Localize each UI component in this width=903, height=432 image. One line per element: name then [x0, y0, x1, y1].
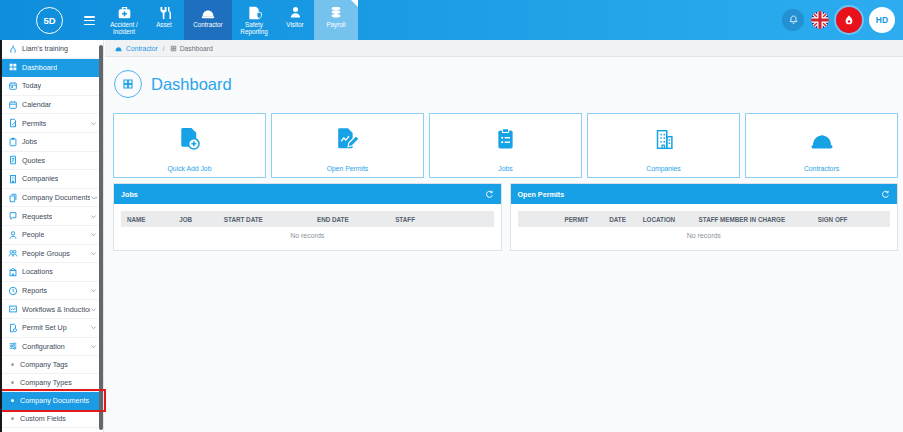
calendar-icon — [8, 100, 18, 110]
grid-icon — [170, 45, 177, 52]
sidebar-item-companies[interactable]: Companies — [0, 170, 103, 189]
language-flag-button[interactable] — [811, 11, 829, 29]
jobs-panel-body: NAME JOB START DATE END DATE STAFF No re… — [114, 204, 501, 250]
sidebar-item-label: Liam's training — [22, 44, 68, 53]
sidebar-item-reports[interactable]: Reports — [0, 282, 103, 301]
refresh-button[interactable] — [881, 190, 890, 199]
hard-hat-icon — [114, 45, 123, 52]
sidebar-item-today[interactable]: Today — [0, 77, 103, 96]
bullet-icon — [11, 363, 14, 366]
people-icon — [8, 230, 18, 240]
sidebar-item-label: Custom Fields — [20, 414, 66, 423]
clipboard-list-icon — [493, 114, 518, 165]
open-permits-table: PERMIT DATE LOCATION STAFF MEMBER IN CHA… — [518, 211, 891, 227]
sidebar-item-company-documents-sub[interactable]: Company Documents — [0, 392, 103, 410]
uk-flag-icon — [811, 11, 829, 29]
coins-icon — [328, 4, 344, 21]
sidebar-item-permit-set-up[interactable]: Permit Set Up — [0, 319, 103, 338]
column-header[interactable]: NAME — [121, 211, 173, 227]
column-header[interactable]: END DATE — [311, 211, 389, 227]
user-avatar[interactable]: HD — [869, 7, 895, 33]
nav-tab-asset[interactable]: Asset — [144, 0, 184, 40]
column-header[interactable]: LOCATION — [637, 211, 693, 227]
table-header-row: PERMIT DATE LOCATION STAFF MEMBER IN CHA… — [518, 211, 891, 227]
sidebar-item-dashboard[interactable]: Dashboard — [0, 59, 103, 78]
open-permits-panel-header: Open Permits — [511, 184, 898, 204]
dashboard-icon — [8, 62, 18, 72]
today-icon — [8, 81, 18, 91]
bullet-icon — [11, 381, 14, 384]
column-header[interactable]: STAFF MEMBER IN CHARGE — [693, 211, 812, 227]
chevron-down-icon — [90, 250, 97, 257]
card-open-permits[interactable]: Open Permits — [271, 113, 424, 178]
breadcrumb-module[interactable]: Contractor — [114, 45, 158, 52]
sidebar-item-people-groups[interactable]: People Groups — [0, 245, 103, 264]
sidebar-item-company-tags[interactable]: Company Tags — [0, 356, 103, 374]
sidebar-scrollbar[interactable] — [99, 45, 103, 430]
logo-circle: 5D — [36, 7, 63, 34]
card-contractors[interactable]: Contractors — [745, 113, 898, 178]
column-header[interactable]: JOB — [173, 211, 218, 227]
breadcrumb-page-label: Dashboard — [180, 45, 213, 52]
sidebar-item-workflows-inductions[interactable]: Workflows & Inductions — [0, 300, 103, 319]
sidebar-item-label: Company Tags — [20, 360, 68, 369]
companies-icon — [8, 174, 18, 184]
column-header[interactable]: DATE — [603, 211, 637, 227]
page-title: Dashboard — [151, 75, 232, 94]
jobs-icon — [8, 137, 18, 147]
sidebar-item-quotes[interactable]: Quotes — [0, 152, 103, 171]
sidebar-item-label: People Groups — [22, 249, 70, 258]
column-header[interactable]: STAFF — [389, 211, 493, 227]
nav-tab-label: Safety Reporting — [232, 21, 276, 35]
sidebar-item-pass-designs[interactable]: Pass Designs — [0, 428, 103, 432]
sidebar-item-requests[interactable]: Requests — [0, 207, 103, 226]
sidebar-item-custom-fields[interactable]: Custom Fields — [0, 410, 103, 428]
empty-state-text: No records — [518, 227, 891, 240]
refresh-button[interactable] — [485, 190, 494, 199]
tools-icon — [157, 4, 172, 21]
sidebar-item-permits[interactable]: Permits — [0, 114, 103, 133]
sidebar-item-configuration[interactable]: Configuration — [0, 338, 103, 357]
card-jobs[interactable]: Jobs — [429, 113, 582, 178]
jobs-table: NAME JOB START DATE END DATE STAFF — [121, 211, 494, 227]
sidebar-item-company-types[interactable]: Company Types — [0, 374, 103, 392]
hard-hat-icon — [199, 4, 217, 21]
sidebar-item-label: Calendar — [22, 100, 51, 109]
sidebar-item-company-documents[interactable]: Company Documents — [0, 189, 103, 208]
panel-title: Jobs — [121, 190, 138, 199]
refresh-icon — [485, 190, 494, 199]
sidebar-item-label: Permits — [22, 119, 46, 128]
bell-icon — [787, 14, 800, 27]
nav-tab-label: Contractor — [193, 21, 222, 28]
sidebar-item-label: Requests — [22, 212, 52, 221]
flame-icon — [842, 13, 856, 28]
chevron-down-icon — [90, 194, 97, 201]
nav-tab-payroll[interactable]: Payroll — [314, 0, 358, 40]
nav-tab-label: Asset — [156, 21, 172, 28]
column-header[interactable]: PERMIT — [558, 211, 603, 227]
sidebar-item-label: Company Documents — [22, 193, 90, 202]
nav-tab-accident-incident[interactable]: Accident / Incident — [104, 0, 144, 40]
nav-tab-visitor[interactable]: Visitor — [276, 0, 314, 40]
module-nav: Accident / Incident Asset Contractor Saf… — [104, 0, 358, 40]
sidebar-item-jobs[interactable]: Jobs — [0, 133, 103, 152]
quick-action-cards: Quick Add Job Open Permits Jobs Companie… — [113, 113, 898, 178]
nav-tab-contractor[interactable]: Contractor — [184, 0, 232, 40]
sidebar-item-liams-training[interactable]: Liam's training — [0, 40, 103, 59]
nav-tab-safety-reporting[interactable]: Safety Reporting — [232, 0, 276, 40]
emergency-button[interactable] — [836, 7, 862, 33]
hard-hat-icon — [807, 114, 837, 165]
quotes-icon — [8, 155, 18, 165]
panel-title: Open Permits — [518, 190, 565, 199]
card-companies[interactable]: Companies — [587, 113, 740, 178]
hamburger-menu-icon[interactable] — [84, 16, 95, 28]
notifications-button[interactable] — [782, 9, 804, 31]
sidebar-item-people[interactable]: People — [0, 226, 103, 245]
sidebar: Liam's training Dashboard Today Calendar… — [0, 40, 104, 432]
column-header[interactable]: START DATE — [218, 211, 311, 227]
column-header[interactable]: SIGN OFF — [812, 211, 890, 227]
card-quick-add-job[interactable]: Quick Add Job — [113, 113, 266, 178]
sidebar-item-locations[interactable]: Locations — [0, 263, 103, 282]
page-header: Dashboard — [114, 70, 232, 98]
sidebar-item-calendar[interactable]: Calendar — [0, 96, 103, 115]
